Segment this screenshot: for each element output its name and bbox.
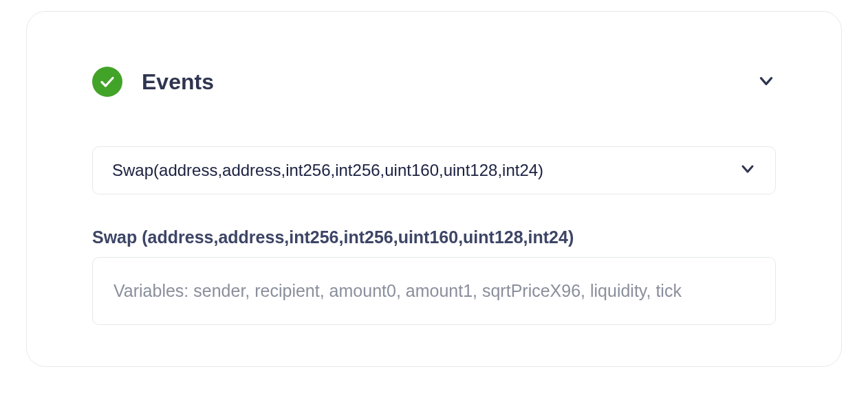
events-header-row[interactable]: Events bbox=[92, 67, 776, 97]
event-signature-label: Swap (address,address,int256,int256,uint… bbox=[92, 227, 776, 247]
event-select[interactable]: Swap(address,address,int256,int256,uint1… bbox=[92, 146, 776, 194]
check-circle-icon bbox=[92, 67, 122, 97]
events-panel: Events Swap(address,address,int256,int25… bbox=[26, 11, 842, 367]
events-title: Events bbox=[142, 69, 214, 95]
events-header-left: Events bbox=[92, 67, 214, 97]
event-variables-input[interactable] bbox=[92, 257, 776, 325]
events-collapse-toggle[interactable] bbox=[757, 72, 776, 91]
chevron-down-icon bbox=[757, 72, 775, 92]
event-select-value: Swap(address,address,int256,int256,uint1… bbox=[112, 161, 543, 180]
chevron-down-icon bbox=[739, 161, 756, 180]
